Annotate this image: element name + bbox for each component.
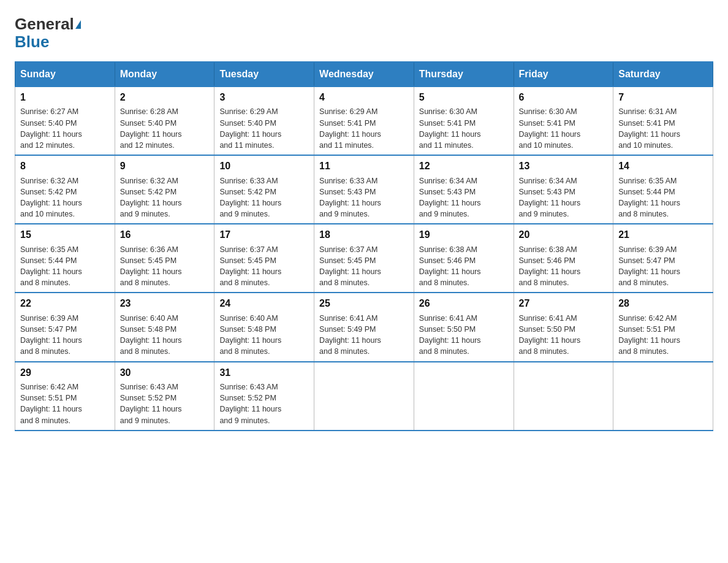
day-number: 6: [519, 91, 609, 104]
day-info: Sunrise: 6:32 AMSunset: 5:42 PMDaylight:…: [20, 177, 82, 219]
day-number: 18: [319, 228, 409, 242]
day-number: 24: [219, 297, 309, 310]
day-info: Sunrise: 6:40 AMSunset: 5:48 PMDaylight:…: [120, 314, 182, 356]
day-info: Sunrise: 6:30 AMSunset: 5:41 PMDaylight:…: [419, 107, 481, 150]
day-number: 30: [120, 366, 210, 380]
logo: General Blue: [15, 15, 81, 52]
logo-general-text: General: [15, 15, 74, 34]
day-info: Sunrise: 6:37 AMSunset: 5:45 PMDaylight:…: [219, 245, 281, 288]
column-header-thursday: Thursday: [414, 62, 514, 86]
day-info: Sunrise: 6:33 AMSunset: 5:43 PMDaylight:…: [319, 177, 381, 219]
day-number: 20: [519, 228, 609, 242]
day-info: Sunrise: 6:43 AMSunset: 5:52 PMDaylight:…: [219, 383, 281, 425]
calendar-cell: 27 Sunrise: 6:41 AMSunset: 5:50 PMDaylig…: [514, 293, 613, 361]
calendar-cell: 23 Sunrise: 6:40 AMSunset: 5:48 PMDaylig…: [115, 293, 214, 361]
day-number: 27: [519, 297, 609, 310]
day-number: 2: [120, 91, 210, 104]
day-number: 31: [219, 366, 309, 380]
calendar-cell: 7 Sunrise: 6:31 AMSunset: 5:41 PMDayligh…: [613, 86, 713, 155]
day-number: 29: [20, 366, 110, 380]
day-info: Sunrise: 6:40 AMSunset: 5:48 PMDaylight:…: [219, 314, 281, 356]
day-info: Sunrise: 6:39 AMSunset: 5:47 PMDaylight:…: [618, 245, 680, 288]
calendar-cell: 11 Sunrise: 6:33 AMSunset: 5:43 PMDaylig…: [314, 155, 414, 224]
calendar-week-row: 22 Sunrise: 6:39 AMSunset: 5:47 PMDaylig…: [15, 293, 713, 361]
calendar-cell: 9 Sunrise: 6:32 AMSunset: 5:42 PMDayligh…: [115, 155, 214, 224]
logo-triangle-icon: [75, 20, 81, 29]
column-header-sunday: Sunday: [15, 62, 115, 86]
calendar-cell: 21 Sunrise: 6:39 AMSunset: 5:47 PMDaylig…: [613, 224, 713, 293]
day-info: Sunrise: 6:35 AMSunset: 5:44 PMDaylight:…: [20, 245, 82, 288]
calendar-week-row: 29 Sunrise: 6:42 AMSunset: 5:51 PMDaylig…: [15, 362, 713, 431]
day-info: Sunrise: 6:38 AMSunset: 5:46 PMDaylight:…: [419, 245, 481, 288]
day-number: 25: [319, 297, 409, 310]
calendar-table: SundayMondayTuesdayWednesdayThursdayFrid…: [15, 61, 713, 431]
day-info: Sunrise: 6:28 AMSunset: 5:40 PMDaylight:…: [120, 107, 182, 150]
day-number: 19: [419, 228, 509, 242]
calendar-cell: 17 Sunrise: 6:37 AMSunset: 5:45 PMDaylig…: [214, 224, 314, 293]
day-number: 16: [120, 228, 210, 242]
day-info: Sunrise: 6:39 AMSunset: 5:47 PMDaylight:…: [20, 314, 82, 356]
column-header-monday: Monday: [115, 62, 214, 86]
column-header-friday: Friday: [514, 62, 613, 86]
calendar-cell: [414, 362, 514, 431]
calendar-cell: [514, 362, 613, 431]
day-info: Sunrise: 6:36 AMSunset: 5:45 PMDaylight:…: [120, 245, 182, 288]
calendar-cell: 2 Sunrise: 6:28 AMSunset: 5:40 PMDayligh…: [115, 86, 214, 155]
day-number: 7: [618, 91, 708, 104]
day-number: 11: [319, 159, 409, 173]
day-number: 14: [618, 159, 708, 173]
day-info: Sunrise: 6:31 AMSunset: 5:41 PMDaylight:…: [618, 107, 680, 150]
calendar-week-row: 15 Sunrise: 6:35 AMSunset: 5:44 PMDaylig…: [15, 224, 713, 293]
day-number: 28: [618, 297, 708, 310]
calendar-cell: 14 Sunrise: 6:35 AMSunset: 5:44 PMDaylig…: [613, 155, 713, 224]
day-number: 23: [120, 297, 210, 310]
calendar-cell: 26 Sunrise: 6:41 AMSunset: 5:50 PMDaylig…: [414, 293, 514, 361]
day-info: Sunrise: 6:34 AMSunset: 5:43 PMDaylight:…: [519, 177, 581, 219]
calendar-cell: 29 Sunrise: 6:42 AMSunset: 5:51 PMDaylig…: [15, 362, 115, 431]
day-number: 3: [219, 91, 309, 104]
calendar-cell: 20 Sunrise: 6:38 AMSunset: 5:46 PMDaylig…: [514, 224, 613, 293]
day-number: 13: [519, 159, 609, 173]
page-header: General Blue: [15, 15, 713, 52]
day-info: Sunrise: 6:27 AMSunset: 5:40 PMDaylight:…: [20, 107, 82, 150]
day-info: Sunrise: 6:30 AMSunset: 5:41 PMDaylight:…: [519, 107, 581, 150]
day-info: Sunrise: 6:38 AMSunset: 5:46 PMDaylight:…: [519, 245, 581, 288]
day-number: 17: [219, 228, 309, 242]
calendar-cell: 5 Sunrise: 6:30 AMSunset: 5:41 PMDayligh…: [414, 86, 514, 155]
calendar-cell: 13 Sunrise: 6:34 AMSunset: 5:43 PMDaylig…: [514, 155, 613, 224]
day-number: 8: [20, 159, 110, 173]
calendar-cell: 30 Sunrise: 6:43 AMSunset: 5:52 PMDaylig…: [115, 362, 214, 431]
day-info: Sunrise: 6:37 AMSunset: 5:45 PMDaylight:…: [319, 245, 381, 288]
day-info: Sunrise: 6:42 AMSunset: 5:51 PMDaylight:…: [618, 314, 680, 356]
calendar-cell: 25 Sunrise: 6:41 AMSunset: 5:49 PMDaylig…: [314, 293, 414, 361]
calendar-week-row: 1 Sunrise: 6:27 AMSunset: 5:40 PMDayligh…: [15, 86, 713, 155]
column-header-tuesday: Tuesday: [214, 62, 314, 86]
day-number: 22: [20, 297, 110, 310]
day-info: Sunrise: 6:33 AMSunset: 5:42 PMDaylight:…: [219, 177, 281, 219]
day-info: Sunrise: 6:41 AMSunset: 5:49 PMDaylight:…: [319, 314, 381, 356]
day-info: Sunrise: 6:32 AMSunset: 5:42 PMDaylight:…: [120, 177, 182, 219]
calendar-cell: 6 Sunrise: 6:30 AMSunset: 5:41 PMDayligh…: [514, 86, 613, 155]
day-info: Sunrise: 6:29 AMSunset: 5:40 PMDaylight:…: [219, 107, 281, 150]
day-number: 26: [419, 297, 509, 310]
calendar-cell: 8 Sunrise: 6:32 AMSunset: 5:42 PMDayligh…: [15, 155, 115, 224]
day-number: 1: [20, 91, 110, 104]
calendar-cell: 3 Sunrise: 6:29 AMSunset: 5:40 PMDayligh…: [214, 86, 314, 155]
calendar-cell: 10 Sunrise: 6:33 AMSunset: 5:42 PMDaylig…: [214, 155, 314, 224]
column-header-wednesday: Wednesday: [314, 62, 414, 86]
day-number: 12: [419, 159, 509, 173]
calendar-cell: [314, 362, 414, 431]
calendar-cell: 28 Sunrise: 6:42 AMSunset: 5:51 PMDaylig…: [613, 293, 713, 361]
day-info: Sunrise: 6:34 AMSunset: 5:43 PMDaylight:…: [419, 177, 481, 219]
calendar-cell: 15 Sunrise: 6:35 AMSunset: 5:44 PMDaylig…: [15, 224, 115, 293]
day-number: 5: [419, 91, 509, 104]
calendar-cell: 16 Sunrise: 6:36 AMSunset: 5:45 PMDaylig…: [115, 224, 214, 293]
day-number: 15: [20, 228, 110, 242]
calendar-cell: 31 Sunrise: 6:43 AMSunset: 5:52 PMDaylig…: [214, 362, 314, 431]
day-info: Sunrise: 6:43 AMSunset: 5:52 PMDaylight:…: [120, 383, 182, 425]
day-info: Sunrise: 6:41 AMSunset: 5:50 PMDaylight:…: [419, 314, 481, 356]
day-number: 4: [319, 91, 409, 104]
calendar-cell: 24 Sunrise: 6:40 AMSunset: 5:48 PMDaylig…: [214, 293, 314, 361]
day-info: Sunrise: 6:29 AMSunset: 5:41 PMDaylight:…: [319, 107, 381, 150]
day-info: Sunrise: 6:35 AMSunset: 5:44 PMDaylight:…: [618, 177, 680, 219]
